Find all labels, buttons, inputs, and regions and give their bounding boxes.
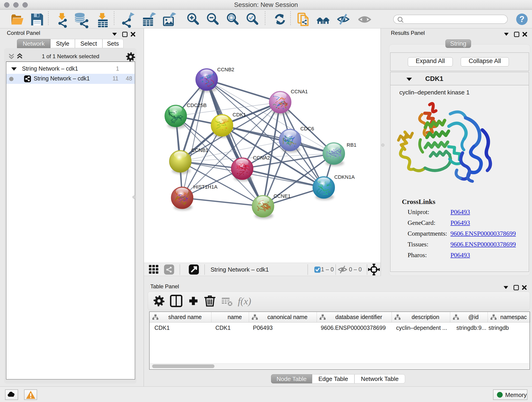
svg-text:1 – 0: 1 – 0 [321,266,334,273]
svg-text:HIST1H1A: HIST1H1A [193,184,217,190]
svg-text:f(x): f(x) [238,296,251,307]
svg-text:?: ? [519,14,525,24]
svg-text:CCNB2: CCNB2 [217,67,234,72]
svg-text:String Network – cdk1: String Network – cdk1 [210,266,269,273]
svg-text:CCNA1: CCNA1 [291,89,308,95]
svg-text:CDC6: CDC6 [300,126,314,132]
svg-text:CCNA2: CCNA2 [253,155,270,161]
svg-text:CDKN1A: CDKN1A [334,174,355,180]
svg-text:RB1: RB1 [347,142,356,148]
svg-text:CDK1: CDK1 [233,112,246,118]
svg-text:0 – 0: 0 – 0 [349,266,362,273]
svg-text:CCNE1: CCNE1 [273,193,291,199]
svg-text:CDC25B: CDC25B [187,102,207,108]
svg-text:CCNB1: CCNB1 [191,147,209,153]
